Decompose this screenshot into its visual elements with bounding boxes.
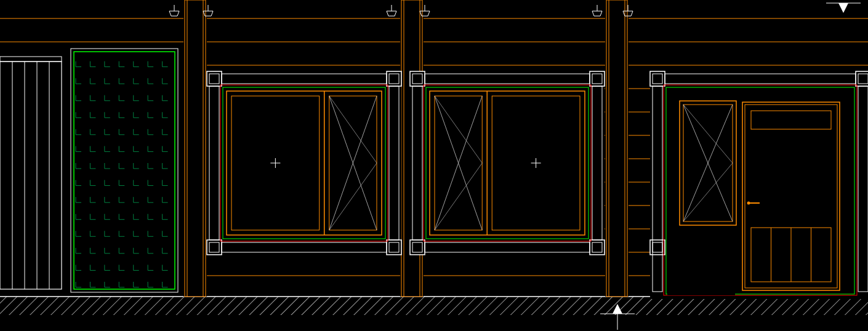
mask: [207, 71, 401, 255]
wall-lamp-icon: [592, 5, 602, 16]
wall-lamp-icon: [169, 5, 179, 16]
column: [606, 0, 627, 297]
wall-lamp-icon: [387, 5, 396, 16]
mask: [410, 71, 605, 255]
mask: [0, 62, 65, 289]
: [667, 228, 735, 295]
level-arrow-icon: [838, 3, 848, 13]
mask: [70, 48, 179, 293]
column: [185, 0, 206, 297]
elevation-drawing: [0, 0, 868, 331]
door-handle-rose: [747, 202, 750, 205]
ground-hatch: [0, 297, 868, 315]
panel1-cap: [0, 57, 62, 62]
